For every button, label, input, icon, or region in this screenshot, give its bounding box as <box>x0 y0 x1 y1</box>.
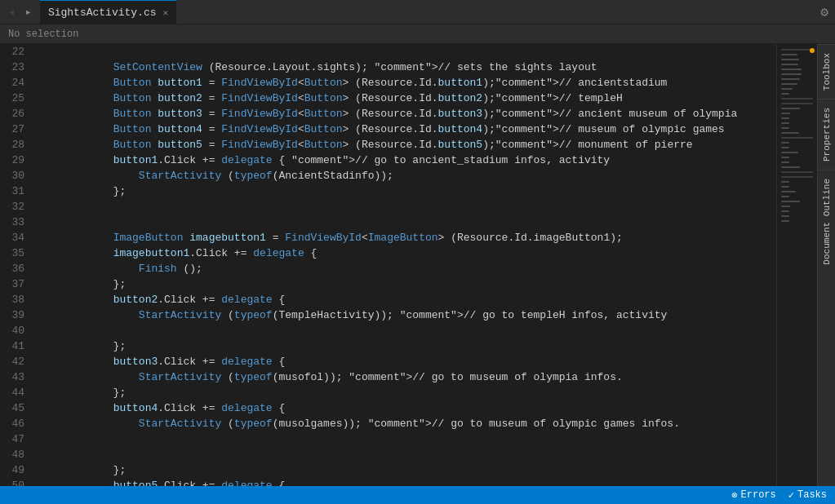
line-code: StartActivity (typeof(musofol)); "commen… <box>37 369 776 385</box>
table-row: 38 button2.Click += delegate { <box>0 292 776 307</box>
table-row: 37 }; <box>0 276 776 292</box>
minimap-line <box>781 64 798 65</box>
document-outline-panel-tab[interactable]: Document Outline <box>818 170 835 273</box>
minimap-line <box>781 142 789 144</box>
minimap-line <box>781 161 789 163</box>
status-bar: ⊗ Errors ✓ Tasks <box>0 486 835 504</box>
table-row: 27 Button button4 = FindViewById<Button>… <box>0 122 776 137</box>
minimap-line <box>781 201 800 202</box>
minimap-line <box>781 117 789 119</box>
line-number: 33 <box>0 214 37 230</box>
minimap-line <box>781 137 813 139</box>
table-row: 46 StartActivity (typeof(musolgames)); "… <box>0 416 776 431</box>
line-code: }; <box>37 276 776 292</box>
right-panels: Toolbox Properties Document Outline <box>817 44 835 486</box>
tab-close-button[interactable]: ✕ <box>163 7 169 18</box>
settings-icon[interactable]: ⚙ <box>814 4 835 20</box>
line-code: button2.Click += delegate { <box>37 292 776 307</box>
table-row: 39 StartActivity (typeof(TempleHactivity… <box>0 307 776 323</box>
table-row: 28 Button button5 = FindViewById<Button>… <box>0 137 776 153</box>
minimap-line <box>781 147 789 148</box>
line-number: 28 <box>0 137 37 153</box>
line-number: 47 <box>0 431 37 447</box>
table-row: 30 StartActivity (typeof(AncientStadinfo… <box>0 168 776 183</box>
code-table: 2223 SetContentView (Resource.Layout.sig… <box>0 44 776 486</box>
line-number: 43 <box>0 369 37 385</box>
toolbox-panel-tab[interactable]: Toolbox <box>818 44 835 99</box>
table-row: 47 <box>0 431 776 447</box>
line-code: Button button4 = FindViewById<Button> (R… <box>37 122 776 137</box>
line-number: 37 <box>0 276 37 292</box>
line-code: StartActivity (typeof(musolgames)); "com… <box>37 416 776 431</box>
line-number: 27 <box>0 122 37 137</box>
minimap-line <box>781 69 802 70</box>
line-code: StartActivity (typeof(AncientStadinfo)); <box>37 168 776 183</box>
line-number: 34 <box>0 230 37 245</box>
minimap-line <box>781 59 799 60</box>
minimap-line <box>781 166 800 168</box>
line-code <box>37 214 776 230</box>
line-number: 41 <box>0 338 37 354</box>
table-row: 41 }; <box>0 338 776 354</box>
errors-status[interactable]: ⊗ Errors <box>731 489 775 502</box>
line-code: ImageButton imagebutton1 = FindViewById<… <box>37 230 776 245</box>
minimap-line <box>781 113 790 114</box>
line-code: SetContentView (Resource.Layout.sights);… <box>37 60 776 75</box>
minimap-line <box>781 54 797 55</box>
table-row: 29 button1.Click += delegate { "comment"… <box>0 153 776 168</box>
tasks-status[interactable]: ✓ Tasks <box>788 489 827 502</box>
minimap-line <box>781 176 813 178</box>
properties-panel-tab[interactable]: Properties <box>818 99 835 170</box>
line-code: button5.Click += delegate { <box>37 478 776 486</box>
table-row: 42 button3.Click += delegate { <box>0 354 776 369</box>
forward-button[interactable]: ▸ <box>21 3 34 20</box>
line-code: }; <box>37 462 776 478</box>
line-code: }; <box>37 338 776 354</box>
tab-label: SightsActivity.cs <box>48 7 157 19</box>
line-number: 31 <box>0 183 37 199</box>
line-number: 35 <box>0 245 37 261</box>
line-number: 25 <box>0 91 37 106</box>
line-code: Button button3 = FindViewById<Button> (R… <box>37 106 776 122</box>
breadcrumb-text: No selection <box>8 29 78 40</box>
table-row: 49 }; <box>0 462 776 478</box>
line-number: 24 <box>0 75 37 91</box>
minimap-line <box>781 108 800 109</box>
line-code: button3.Click += delegate { <box>37 354 776 369</box>
table-row: 24 Button button1 = FindViewById<Button>… <box>0 75 776 91</box>
tasks-label: Tasks <box>797 489 827 501</box>
minimap-line <box>781 83 797 85</box>
line-code: }; <box>37 385 776 400</box>
minimap-line <box>781 122 789 124</box>
tab[interactable]: SightsActivity.cs ✕ <box>40 0 177 24</box>
line-code: }; <box>37 183 776 199</box>
code-editor[interactable]: 2223 SetContentView (Resource.Layout.sig… <box>0 44 776 486</box>
table-row: 50 button5.Click += delegate { <box>0 478 776 486</box>
table-row: 26 Button button3 = FindViewById<Button>… <box>0 106 776 122</box>
line-code: button4.Click += delegate { <box>37 400 776 416</box>
minimap-line <box>781 196 789 197</box>
line-number: 23 <box>0 60 37 75</box>
line-code <box>37 447 776 462</box>
table-row: 48 <box>0 447 776 462</box>
main-area: 2223 SetContentView (Resource.Layout.sig… <box>0 44 835 486</box>
line-number: 42 <box>0 354 37 369</box>
minimap-line <box>781 78 800 80</box>
back-button[interactable]: ◂ <box>5 3 18 20</box>
line-code: Button button5 = FindViewById<Button> (R… <box>37 137 776 153</box>
minimap-line <box>781 215 789 217</box>
line-number: 39 <box>0 307 37 323</box>
line-code <box>37 199 776 214</box>
minimap-line <box>781 103 813 104</box>
minimap-line <box>781 210 789 212</box>
line-code: button1.Click += delegate { "comment">//… <box>37 153 776 168</box>
line-number: 29 <box>0 153 37 168</box>
minimap-line <box>781 157 789 158</box>
line-code <box>37 323 776 338</box>
check-icon: ✓ <box>788 489 794 502</box>
line-number: 38 <box>0 292 37 307</box>
table-row: 23 SetContentView (Resource.Layout.sight… <box>0 60 776 75</box>
table-row: 32 <box>0 199 776 214</box>
table-row: 45 button4.Click += delegate { <box>0 400 776 416</box>
line-number: 44 <box>0 385 37 400</box>
